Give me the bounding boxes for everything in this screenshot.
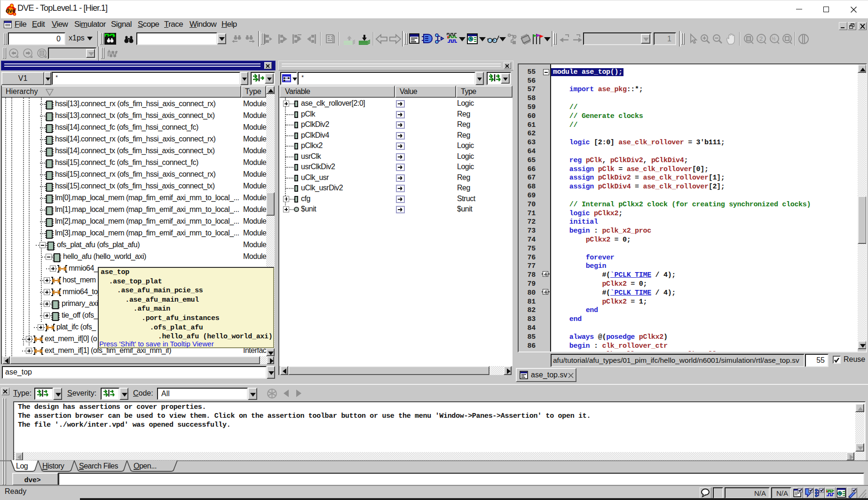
svg-text:dve: dve xyxy=(6,8,16,14)
svg-text:Open...: Open... xyxy=(134,462,157,470)
svg-text:½: ½ xyxy=(772,36,776,41)
svg-text:Log: Log xyxy=(16,462,28,470)
svg-text:History: History xyxy=(42,462,64,470)
svg-text:2: 2 xyxy=(759,35,763,42)
svg-text:Search Files: Search Files xyxy=(79,462,118,470)
